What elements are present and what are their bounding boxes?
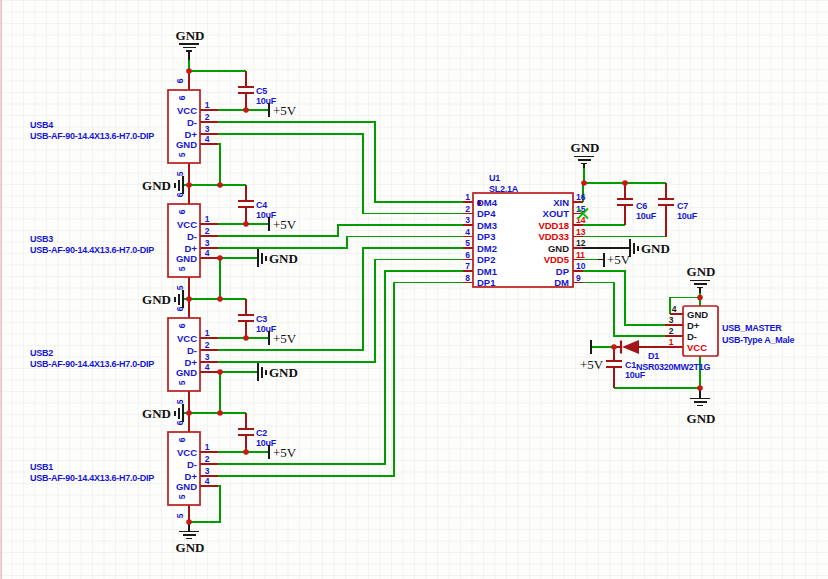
pin-number: 10 — [576, 261, 586, 271]
pin-number: 5 — [175, 285, 185, 290]
component-ref: U1 — [489, 173, 500, 183]
pin-name: GND — [176, 253, 197, 264]
pin-name: 5 — [177, 380, 187, 385]
pin-name: XIN — [553, 197, 569, 208]
pin-name: D- — [187, 117, 197, 128]
pin-number: 1 — [465, 192, 470, 202]
pin-name: GND — [548, 243, 569, 254]
pin-name: DP4 — [477, 208, 496, 219]
pin-name: 5 — [177, 152, 187, 157]
component-footprint: USB-AF-90-14.4X13.6-H7.0-DIP — [30, 131, 154, 141]
net-label: GND — [687, 411, 716, 426]
component-ref: USB_MASTER — [722, 323, 782, 333]
pin-name: DP — [556, 266, 570, 277]
pin-name: VDD18 — [538, 220, 569, 231]
component-value: NSR0320MW2T1G — [636, 362, 711, 372]
pin-name: GND — [176, 139, 197, 150]
grid — [0, 0, 828, 579]
pin-name: GND — [176, 481, 197, 492]
component-ref: C3 — [256, 314, 267, 324]
pin-number: 9 — [576, 273, 581, 283]
pin-name: 6 — [177, 209, 187, 214]
pin-number: 3 — [205, 238, 210, 248]
power-flag-5v[interactable]: +5V — [269, 445, 297, 460]
pin-number: 3 — [465, 215, 470, 225]
component-footprint: USB-Type A_Male — [722, 335, 795, 345]
pin-name: VCC — [177, 219, 197, 230]
pin-number: 4 — [205, 476, 210, 486]
pin-name: VCC — [177, 447, 197, 458]
net-label: GND — [176, 540, 205, 555]
pin-name: VCC — [177, 105, 197, 116]
component-ref: USB2 — [30, 348, 53, 358]
pin-number: 12 — [576, 238, 586, 248]
component-ref: USB4 — [30, 120, 53, 130]
pin-name: DM1 — [477, 266, 498, 277]
net-label: +5V — [607, 252, 631, 267]
pin-number: 5 — [175, 171, 185, 176]
net-label: GND — [142, 292, 171, 307]
pin-name: D- — [187, 459, 197, 470]
component-footprint: USB-AF-90-14.4X13.6-H7.0-DIP — [30, 245, 154, 255]
power-flag-5v[interactable]: +5V — [269, 331, 297, 346]
pin-number: 2 — [205, 112, 210, 122]
pin-number: 4 — [205, 134, 210, 144]
pin-name: 5 — [177, 266, 187, 271]
net-label: GND — [142, 178, 171, 193]
pin-number: 3 — [669, 315, 674, 325]
pin-number: 1 — [205, 442, 210, 452]
component-ref: C6 — [636, 201, 647, 211]
component-value: 10uF — [625, 370, 646, 380]
pin-name: GND — [687, 309, 708, 320]
pin-number: 1 — [205, 100, 210, 110]
net-label: GND — [641, 241, 670, 256]
component-value: 10uF — [677, 211, 698, 221]
pin-number: 2 — [205, 340, 210, 350]
pin-number: 6 — [175, 78, 185, 83]
pin-name: DP3 — [477, 231, 495, 242]
pin-number: 6 — [465, 250, 470, 260]
pin-number: 3 — [205, 124, 210, 134]
pin-number: 5 — [465, 238, 470, 248]
component-value: 10uF — [636, 211, 657, 221]
pin-name: GND — [176, 367, 197, 378]
component-ref: C7 — [677, 201, 688, 211]
pin-number: 4 — [205, 362, 210, 372]
net-label: GND — [176, 28, 205, 43]
power-flag-5v[interactable]: +5V — [269, 217, 297, 232]
pin-name: DM4 — [477, 197, 498, 208]
component-ref: USB3 — [30, 234, 53, 244]
component-ref: C4 — [256, 200, 267, 210]
power-flag-5v[interactable]: +5V — [269, 103, 297, 118]
pin-number: 5 — [175, 399, 185, 404]
pin-name: D+ — [687, 320, 700, 331]
component-ref: C2 — [256, 428, 267, 438]
pin-name: VCC — [687, 342, 707, 353]
pin-name: VDD5 — [544, 254, 570, 265]
pin-number: 2 — [465, 204, 470, 214]
pin-number: 3 — [205, 352, 210, 362]
pin-number: 5 — [175, 513, 185, 518]
pin-name: D- — [187, 231, 197, 242]
pin-name: DM3 — [477, 220, 497, 231]
pin-number: 2 — [205, 226, 210, 236]
pin-number: 1 — [669, 337, 674, 347]
pin-number: 2 — [205, 454, 210, 464]
net-label: +5V — [273, 103, 297, 118]
pin-number: 13 — [576, 227, 586, 237]
net-label: +5V — [273, 445, 297, 460]
net-label: GND — [269, 251, 298, 266]
pin-name: DP2 — [477, 254, 495, 265]
pin-number: 2 — [669, 326, 674, 336]
pin-name: DP1 — [477, 277, 496, 288]
pin-number: 1 — [205, 214, 210, 224]
pin-number: 16 — [576, 192, 586, 202]
pin-name: VDD33 — [538, 231, 569, 242]
net-label: GND — [687, 264, 716, 279]
pin-name: D- — [187, 345, 197, 356]
pin-name: 6 — [177, 323, 187, 328]
component-ref: D1 — [648, 351, 659, 361]
schematic-canvas: VCC D- D+ GND 1 2 3 4 6 6 5 5 USB4 USB-A… — [0, 0, 828, 579]
net-label: +5V — [273, 217, 297, 232]
component-ref: USB1 — [30, 462, 53, 472]
